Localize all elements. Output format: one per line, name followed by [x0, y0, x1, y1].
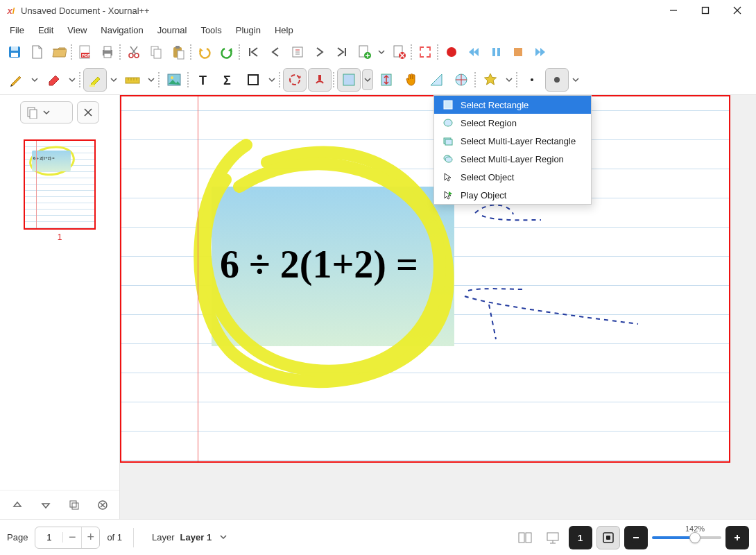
zoom-fit-button[interactable]: [596, 526, 620, 549]
highlighter-dropdown[interactable]: [108, 69, 119, 90]
thickness-dropdown[interactable]: [570, 69, 581, 90]
ruler-dropdown[interactable]: [146, 69, 157, 90]
save-button[interactable]: [4, 42, 25, 62]
prev-page-button[interactable]: [265, 42, 286, 62]
menu-play-object[interactable]: Play Object: [434, 186, 591, 204]
close-button[interactable]: [721, 0, 753, 21]
menu-edit[interactable]: Edit: [31, 23, 60, 37]
add-page-dropdown[interactable]: [376, 42, 387, 62]
rotation-snap-tool[interactable]: [283, 68, 307, 92]
menu-select-rectangle[interactable]: Select Rectangle: [434, 96, 591, 114]
svg-point-36: [447, 47, 456, 57]
vertical-space-tool[interactable]: [375, 68, 398, 92]
favorites-dropdown[interactable]: [504, 69, 515, 90]
open-button[interactable]: [49, 42, 69, 62]
separator: [79, 69, 82, 90]
zoom-in-button[interactable]: [725, 526, 749, 549]
goto-page-button[interactable]: [287, 42, 308, 62]
pause-button[interactable]: [486, 42, 506, 62]
print-button[interactable]: [97, 42, 118, 62]
paste-button[interactable]: [168, 42, 189, 62]
layer-dropdown[interactable]: [217, 529, 230, 545]
move-up-button[interactable]: [7, 495, 28, 515]
menu-help[interactable]: Help: [268, 23, 300, 37]
thin-dot-tool[interactable]: [520, 68, 544, 92]
redo-button[interactable]: [216, 42, 237, 62]
pen-dropdown[interactable]: [29, 69, 40, 90]
highlighter-tool[interactable]: [83, 68, 107, 92]
menu-select-region[interactable]: Select Region: [434, 114, 591, 132]
paired-pages-button[interactable]: [513, 526, 537, 549]
sidebar-view-combo[interactable]: [20, 101, 73, 123]
svg-rect-20: [175, 46, 180, 49]
equation-text: 6 ÷ 2(1+2) =: [220, 242, 418, 287]
menu-item-label: Select Object: [461, 172, 514, 182]
separator: [474, 69, 477, 90]
menu-select-object[interactable]: Select Object: [434, 168, 591, 186]
delete-page-button[interactable]: [388, 42, 409, 62]
copy-button[interactable]: [146, 42, 166, 62]
compass-tool[interactable]: [449, 68, 473, 92]
svg-text:T: T: [199, 74, 207, 87]
remove-button[interactable]: [92, 495, 113, 515]
math-tool[interactable]: Σ: [216, 68, 240, 92]
zoom-slider[interactable]: 142%: [652, 526, 721, 549]
thick-dot-tool[interactable]: [545, 68, 569, 92]
seek-forward-button[interactable]: [530, 42, 551, 62]
eraser-tool[interactable]: [42, 68, 65, 92]
sidebar-close-button[interactable]: [77, 101, 99, 123]
menu-tools[interactable]: Tools: [194, 23, 228, 37]
shape-dropdown[interactable]: [266, 69, 277, 90]
page-decrement[interactable]: −: [63, 527, 81, 549]
image-tool[interactable]: [162, 68, 186, 92]
separator: [158, 69, 161, 90]
maximize-button[interactable]: [689, 0, 721, 21]
menu-navigation[interactable]: Navigation: [94, 23, 150, 37]
cut-button[interactable]: [123, 42, 144, 62]
page-thumbnail[interactable]: 6 ÷ 2(1+2) =: [24, 139, 96, 230]
select-tool[interactable]: [337, 68, 361, 92]
last-page-button[interactable]: [332, 42, 352, 62]
menu-select-multilayer-region[interactable]: Select Multi-Layer Region: [434, 150, 591, 168]
canvas-area[interactable]: 6 ÷ 2(1+2) = Select Rectangle Select Reg…: [120, 95, 756, 519]
move-down-button[interactable]: [35, 495, 56, 515]
menu-file[interactable]: File: [3, 23, 31, 37]
presentation-button[interactable]: [541, 526, 565, 549]
menu-plugin[interactable]: Plugin: [229, 23, 268, 37]
svg-rect-69: [444, 101, 452, 109]
setsquare-tool[interactable]: [424, 68, 448, 92]
page-increment[interactable]: +: [81, 527, 99, 549]
export-pdf-button[interactable]: PDF: [75, 42, 96, 62]
next-page-button[interactable]: [309, 42, 330, 62]
page-spinner[interactable]: − +: [35, 527, 100, 549]
eraser-dropdown[interactable]: [67, 69, 78, 90]
menu-view[interactable]: View: [60, 23, 94, 37]
zoom-out-button[interactable]: [624, 526, 648, 549]
record-button[interactable]: [441, 42, 462, 62]
duplicate-button[interactable]: [64, 495, 85, 515]
select-tool-dropdown[interactable]: [362, 69, 373, 90]
toolbar-primary: PDF: [0, 39, 756, 65]
page-canvas[interactable]: 6 ÷ 2(1+2) =: [120, 95, 730, 463]
first-page-button[interactable]: [243, 42, 264, 62]
text-tool[interactable]: T: [191, 68, 215, 92]
new-button[interactable]: [26, 42, 47, 62]
grid-snap-tool[interactable]: [308, 68, 332, 92]
minimize-button[interactable]: [658, 0, 689, 21]
hand-tool[interactable]: [400, 68, 423, 92]
menu-select-multilayer-rectangle[interactable]: Select Multi-Layer Rectangle: [434, 132, 591, 150]
ruler-tool[interactable]: [121, 68, 144, 92]
pen-tool[interactable]: [4, 68, 28, 92]
add-page-button[interactable]: [354, 42, 375, 62]
seek-back-button[interactable]: [463, 42, 484, 62]
shape-tool[interactable]: [241, 68, 265, 92]
menu-journal[interactable]: Journal: [151, 23, 194, 37]
stop-button[interactable]: [508, 42, 529, 62]
svg-rect-77: [547, 533, 558, 540]
zoom-100-button[interactable]: 1: [569, 526, 592, 549]
status-bar: Page − + of 1 Layer Layer 1 1 142%: [0, 519, 756, 555]
fullscreen-button[interactable]: [415, 42, 436, 62]
undo-button[interactable]: [194, 42, 215, 62]
page-input[interactable]: [35, 532, 63, 543]
favorites-tool[interactable]: [479, 68, 502, 92]
